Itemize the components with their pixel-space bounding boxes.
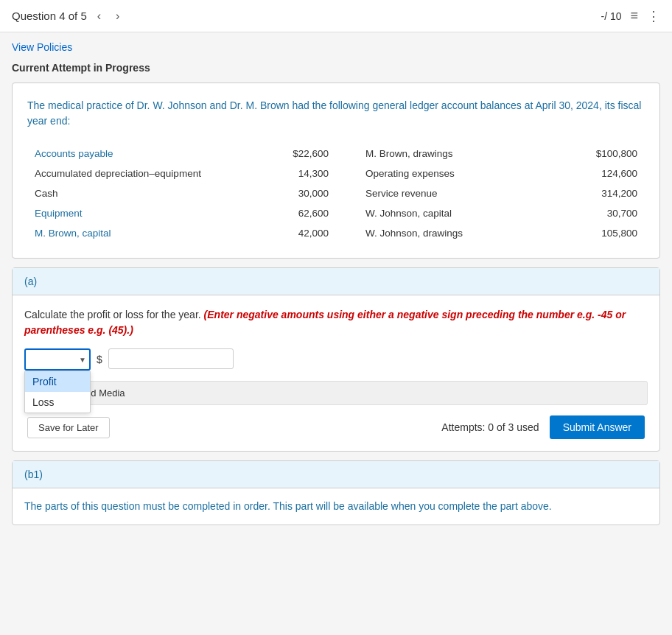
- header-right: -/ 10 ≡ ⋮: [601, 8, 660, 24]
- question-box: The medical practice of Dr. W. Johnson a…: [12, 83, 660, 259]
- view-policies-link[interactable]: View Policies: [12, 41, 72, 53]
- instruction-text: Calculate the profit or loss for the yea…: [24, 309, 201, 320]
- amount-left: 42,000: [248, 223, 336, 243]
- part-a-section: (a) Calculate the profit or loss for the…: [12, 267, 660, 452]
- account-name-left: Equipment: [27, 203, 248, 223]
- amount-left: 14,300: [248, 164, 336, 183]
- main-content: View Policies Current Attempt in Progres…: [0, 32, 672, 543]
- account-name-left: M. Brown, capital: [27, 223, 248, 243]
- table-row: Accumulated depreciation–equipment 14,30…: [27, 164, 645, 183]
- amount-right: 30,700: [556, 203, 645, 223]
- amount-left: 30,000: [248, 183, 336, 203]
- amount-left: $22,600: [248, 144, 336, 164]
- attempts-text: Attempts: 0 of 3 used: [441, 421, 539, 433]
- account-name-left: Accounts payable: [27, 144, 248, 164]
- next-button[interactable]: ›: [111, 8, 124, 24]
- account-name-right: M. Brown, drawings: [336, 144, 556, 164]
- amount-right: 124,600: [556, 164, 645, 183]
- part-b1-header: (b1): [13, 461, 659, 488]
- part-a-header: (a): [13, 268, 659, 295]
- account-name-left: Accumulated depreciation–equipment: [27, 164, 248, 183]
- table-row: Cash 30,000 Service revenue 314,200: [27, 183, 645, 203]
- amount-right: $100,800: [556, 144, 645, 164]
- amount-right: 105,800: [556, 223, 645, 243]
- attempt-status: Current Attempt in Progress: [12, 62, 660, 74]
- amount-left: 62,600: [248, 203, 336, 223]
- more-options-button[interactable]: ⋮: [647, 8, 660, 24]
- score-display: -/ 10: [601, 10, 621, 22]
- save-for-later-button[interactable]: Save for Later: [27, 417, 110, 438]
- profit-loss-dropdown-wrapper: Profit Loss ▼ Profit Loss: [24, 348, 91, 371]
- question-header: Question 4 of 5 ‹ › -/ 10 ≡ ⋮: [0, 0, 672, 32]
- dropdown-option-profit[interactable]: Profit: [25, 371, 90, 392]
- table-row: M. Brown, capital 42,000 W. Johnson, dra…: [27, 223, 645, 243]
- calc-instruction: Calculate the profit or loss for the yea…: [24, 307, 648, 338]
- question-text: The medical practice of Dr. W. Johnson a…: [27, 98, 645, 129]
- account-name-right: Operating expenses: [336, 164, 556, 183]
- profit-loss-dropdown-menu[interactable]: Profit Loss: [24, 371, 91, 413]
- account-name-left: Cash: [27, 183, 248, 203]
- part-b1-message: The parts of this question must be compl…: [24, 500, 552, 512]
- submit-answer-button[interactable]: Submit Answer: [550, 415, 645, 439]
- table-row: Equipment 62,600 W. Johnson, capital 30,…: [27, 203, 645, 223]
- etextbook-bar: eTextbook and Media: [24, 381, 648, 405]
- part-b1-body: The parts of this question must be compl…: [13, 488, 659, 525]
- header-left: Question 4 of 5 ‹ ›: [12, 8, 124, 24]
- prev-button[interactable]: ‹: [93, 8, 105, 24]
- input-row: Profit Loss ▼ Profit Loss $: [24, 348, 648, 371]
- attempts-submit-area: Attempts: 0 of 3 used Submit Answer: [441, 415, 645, 439]
- accounts-table: Accounts payable $22,600 M. Brown, drawi…: [27, 144, 645, 243]
- part-b1-section: (b1) The parts of this question must be …: [12, 460, 660, 525]
- account-name-right: W. Johnson, drawings: [336, 223, 556, 243]
- table-row: Accounts payable $22,600 M. Brown, drawi…: [27, 144, 645, 164]
- account-name-right: Service revenue: [336, 183, 556, 203]
- dollar-sign: $: [97, 348, 102, 365]
- footer-row: Save for Later Attempts: 0 of 3 used Sub…: [24, 415, 648, 439]
- profit-loss-select[interactable]: Profit Loss: [24, 348, 91, 371]
- list-icon-button[interactable]: ≡: [630, 8, 638, 24]
- account-name-right: W. Johnson, capital: [336, 203, 556, 223]
- amount-input[interactable]: [108, 348, 234, 369]
- question-title: Question 4 of 5: [12, 10, 87, 22]
- part-a-body: Calculate the profit or loss for the yea…: [13, 295, 659, 451]
- amount-right: 314,200: [556, 183, 645, 203]
- dropdown-option-loss[interactable]: Loss: [25, 392, 90, 413]
